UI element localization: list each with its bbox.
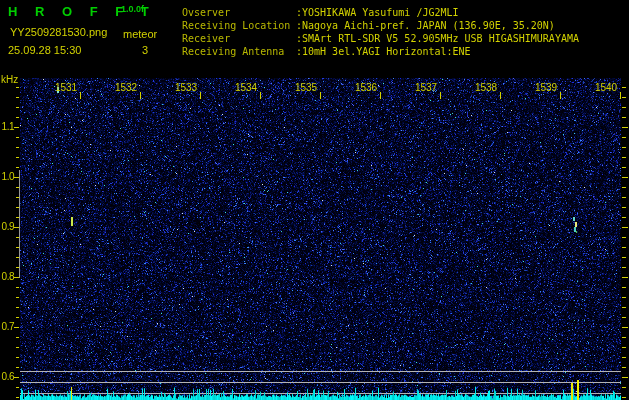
freq-minor-tick-left [16,197,19,198]
freq-minor-tick-left [16,387,19,388]
freq-axis-unit: kHz [1,74,18,85]
time-tick-label: 1540 [595,82,617,93]
freq-minor-tick-right [622,347,626,348]
time-tick-mark [80,92,81,99]
station-row: Receiving Location:Nagoya Aichi-pref. JA… [182,20,629,33]
freq-minor-tick-right [622,157,626,158]
time-tick-label: 1537 [415,82,437,93]
freq-minor-tick-right [622,217,626,218]
freq-minor-tick-left [16,257,19,258]
time-tick-mark [200,92,201,99]
freq-minor-tick-left [16,137,19,138]
time-tick-mark [440,92,441,99]
hrofft-window: H R O F F T 1.0.0f YY2509281530.png mete… [0,0,629,400]
time-tick-label: 1534 [235,82,257,93]
freq-minor-tick-right [622,147,626,148]
freq-tick-label: 0.9 [0,221,14,233]
freq-minor-tick-left [16,247,19,248]
freq-minor-tick-left [16,267,19,268]
freq-minor-tick-right [622,137,626,138]
freq-major-tick-right [622,327,628,328]
freq-minor-tick-right [622,337,626,338]
freq-minor-tick-left [16,287,19,288]
freq-minor-tick-left [16,167,19,168]
freq-major-tick-left [14,127,19,128]
freq-minor-tick-right [622,197,626,198]
freq-minor-tick-left [16,337,19,338]
freq-minor-tick-right [622,237,626,238]
station-row-label: Receiver [182,33,290,44]
station-row: Ovserver :YOSHIKAWA Yasufumi /JG2MLI [182,7,629,20]
station-row: Receiver :SMArt RTL-SDR V5 52.905MHz USB… [182,33,629,46]
freq-minor-tick-left [16,157,19,158]
freq-minor-tick-right [622,387,626,388]
freq-minor-tick-right [622,317,626,318]
freq-minor-tick-right [622,367,626,368]
freq-major-tick-right [622,227,628,228]
time-tick-label: 1538 [475,82,497,93]
freq-minor-tick-left [16,87,19,88]
freq-minor-tick-right [622,397,626,398]
freq-minor-tick-left [16,397,19,398]
station-row: Receiving Antenna :10mH 3el.YAGI Horizon… [182,46,629,59]
freq-minor-tick-left [16,317,19,318]
freq-minor-tick-left [16,297,19,298]
freq-major-tick-left [14,227,19,228]
station-row-value: :YOSHIKAWA Yasufumi /JG2MLI [296,7,459,18]
station-row-value: :10mH 3el.YAGI Horizontal:ENE [296,46,471,57]
time-tick-mark [320,92,321,99]
freq-minor-tick-right [622,307,626,308]
time-tick-label: 1533 [175,82,197,93]
freq-major-tick-left [14,327,19,328]
time-tick-label: 1535 [295,82,317,93]
freq-minor-tick-right [622,287,626,288]
freq-tick-label: 1.1 [0,121,14,133]
freq-minor-tick-left [16,147,19,148]
time-tick-label: 1531 [55,82,77,93]
freq-major-tick-right [622,277,628,278]
time-tick-mark [620,92,621,99]
freq-minor-tick-left [16,207,19,208]
station-row-label: Receiving Antenna [182,46,290,57]
freq-minor-tick-right [622,357,626,358]
station-row-label: Ovserver [182,7,290,18]
time-tick-mark [380,92,381,99]
station-row-label: Receiving Location [182,20,290,31]
time-tick-label: 1536 [355,82,377,93]
freq-tick-label: 0.8 [0,271,14,283]
time-tick-label: 1532 [115,82,137,93]
freq-minor-tick-right [622,207,626,208]
time-tick-mark [260,92,261,99]
freq-major-tick-left [14,177,19,178]
freq-tick-label: 1.0 [0,171,14,183]
datetime-label: 25.09.28 15:30 [8,44,81,56]
freq-minor-tick-left [16,217,19,218]
freq-minor-tick-right [622,187,626,188]
freq-minor-tick-left [16,107,19,108]
freq-minor-tick-left [16,117,19,118]
freq-minor-tick-right [622,247,626,248]
freq-minor-tick-left [16,347,19,348]
station-row-value: :Nagoya Aichi-pref. JAPAN (136.90E, 35.2… [296,20,555,31]
freq-tick-label: 0.7 [0,321,14,333]
freq-major-tick-right [622,177,628,178]
output-filename: YY2509281530.png [10,26,107,38]
freq-tick-label: 0.6 [0,371,14,383]
freq-major-tick-right [622,377,628,378]
freq-minor-tick-right [622,117,626,118]
freq-minor-tick-right [622,297,626,298]
station-info: Ovserver :YOSHIKAWA Yasufumi /JG2MLIRece… [182,7,629,67]
freq-major-tick-left [14,277,19,278]
freq-minor-tick-left [16,357,19,358]
freq-minor-tick-left [16,367,19,368]
freq-minor-tick-left [16,237,19,238]
freq-major-tick-right [622,127,628,128]
freq-minor-tick-right [622,107,626,108]
time-tick-label: 1539 [535,82,557,93]
station-row-value: :SMArt RTL-SDR V5 52.905MHz USB HIGASHIM… [296,33,579,44]
freq-minor-tick-right [622,267,626,268]
freq-minor-tick-right [622,167,626,168]
app-version: 1.0.0f [121,4,144,14]
freq-minor-tick-left [16,97,19,98]
freq-minor-tick-right [622,87,626,88]
